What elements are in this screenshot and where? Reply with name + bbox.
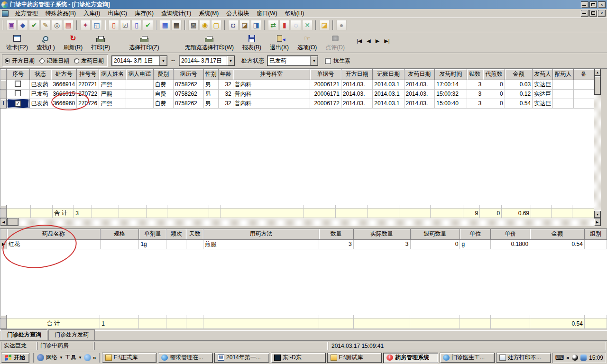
grid-dots-icon[interactable]: ▩ bbox=[188, 20, 199, 30]
cell[interactable]: 2014.03. bbox=[341, 99, 372, 108]
cell[interactable]: 0.54 bbox=[530, 239, 585, 249]
start-button[interactable]: 开始 bbox=[1, 353, 29, 363]
row-checkbox[interactable] bbox=[15, 90, 21, 96]
cell[interactable]: 3 bbox=[467, 89, 483, 99]
cell[interactable]: 17:00:14 bbox=[435, 80, 467, 89]
calendar-edit-icon[interactable]: ▦ bbox=[160, 20, 170, 30]
nav-next-button[interactable]: ▶ bbox=[376, 38, 379, 44]
vertical-scrollbar[interactable]: ▲ ▼ bbox=[594, 69, 601, 218]
col-header[interactable]: 规格 bbox=[100, 229, 139, 239]
globe-icon[interactable] bbox=[84, 354, 91, 361]
menu-window[interactable]: 窗口(W) bbox=[253, 9, 281, 18]
cell[interactable] bbox=[126, 99, 153, 108]
cell[interactable]: 2014.03. bbox=[404, 99, 435, 108]
task-button-word-doc[interactable]: W 2014年第一... bbox=[214, 353, 269, 363]
cell[interactable]: 0 bbox=[410, 239, 460, 249]
col-header[interactable]: 发药时间 bbox=[435, 69, 467, 80]
chart-document-icon[interactable]: ▤ bbox=[63, 20, 74, 30]
mdi-child-icon[interactable] bbox=[2, 10, 9, 17]
tab-prescription-query[interactable]: 门诊处方查询 bbox=[1, 329, 47, 340]
menu-query-stats[interactable]: 查询统计(T) bbox=[157, 9, 195, 18]
col-header[interactable]: 贴数 bbox=[467, 69, 483, 80]
col-header[interactable]: 天数 bbox=[186, 229, 203, 239]
cell[interactable]: 32 bbox=[218, 89, 233, 99]
window-search-icon[interactable]: ◨ bbox=[251, 20, 261, 30]
folder-open-icon[interactable]: ◪ bbox=[319, 20, 330, 30]
jar-icon[interactable]: ◘ bbox=[228, 20, 239, 30]
col-header[interactable]: 代煎数 bbox=[483, 69, 505, 80]
minimize-button[interactable] bbox=[581, 1, 589, 8]
cell[interactable]: 20006172 bbox=[310, 99, 341, 108]
col-header[interactable]: 开方日期 bbox=[341, 69, 372, 80]
cell[interactable]: 男 bbox=[203, 99, 218, 108]
menu-special-drugs[interactable]: 特殊药品(B) bbox=[42, 9, 80, 18]
bell-icon[interactable]: ◉ bbox=[200, 20, 210, 30]
account-date-radio[interactable] bbox=[39, 58, 45, 64]
calendar-select-icon[interactable]: ▦ bbox=[171, 20, 182, 30]
cell[interactable]: 2014.03. bbox=[404, 89, 435, 99]
binoculars-icon[interactable]: ◎ bbox=[52, 20, 62, 30]
cell[interactable]: 0.54 bbox=[505, 99, 532, 108]
cell[interactable]: 严熙 bbox=[99, 80, 126, 89]
cell[interactable] bbox=[574, 80, 594, 89]
col-header[interactable]: 备 bbox=[574, 69, 594, 80]
chevron-down-icon[interactable]: ▼ bbox=[159, 56, 167, 65]
col-header[interactable]: 年龄 bbox=[218, 69, 233, 80]
cell[interactable]: 3 bbox=[467, 80, 483, 89]
tab-prescription-dispense[interactable]: 门诊处方发药 bbox=[48, 329, 95, 340]
new-window-icon[interactable]: ◱ bbox=[92, 20, 102, 30]
table-row-selected[interactable]: I ✓ 已发药 3666960 270726 严熙 自费 0758262 男 3… bbox=[0, 99, 594, 108]
col-header[interactable]: 金额 bbox=[505, 69, 532, 80]
col-header[interactable]: 用药方法 bbox=[203, 229, 319, 239]
refresh-button[interactable]: ↻ 刷新(R) bbox=[60, 33, 86, 53]
cell[interactable]: 0758262 bbox=[174, 80, 204, 89]
cell[interactable]: 2014.03. bbox=[341, 80, 372, 89]
chevron-down-icon[interactable]: ▼ bbox=[310, 56, 318, 65]
task-button-print-issue[interactable]: 处方打印不... bbox=[496, 353, 551, 363]
col-header[interactable]: 性别 bbox=[203, 69, 218, 80]
row-select-cell[interactable]: ✓ bbox=[7, 99, 30, 108]
menu-help[interactable]: 帮助(H) bbox=[281, 9, 308, 18]
col-header[interactable]: 费别 bbox=[153, 69, 173, 80]
cell[interactable]: 已发药 bbox=[29, 80, 51, 89]
overflow-chevron[interactable]: » bbox=[93, 355, 96, 361]
chevron-down-icon[interactable]: ▼ bbox=[59, 355, 63, 360]
cell[interactable]: 2014.03.1 bbox=[373, 80, 404, 89]
task-button-dong[interactable]: 东:-D东 bbox=[271, 353, 326, 363]
close-window-icon[interactable]: ✕ bbox=[302, 20, 313, 30]
report-button[interactable]: 报表(B) bbox=[239, 33, 265, 53]
open-date-radio[interactable] bbox=[5, 58, 10, 64]
menu-stock-in[interactable]: 入库(I) bbox=[80, 9, 104, 18]
cell[interactable]: 实达巨 bbox=[533, 89, 553, 99]
cell[interactable]: 男 bbox=[203, 89, 218, 99]
col-header[interactable]: 挂号科室 bbox=[233, 69, 310, 80]
cell[interactable]: 已发药 bbox=[29, 99, 51, 108]
quicklaunch-tools-label[interactable]: 工具 bbox=[65, 354, 76, 362]
folder-search-icon[interactable]: ◪ bbox=[239, 20, 250, 30]
col-header[interactable]: 配药人 bbox=[553, 69, 574, 80]
table-row[interactable]: 已发药 3666914 270721 严熙 自费 0758262 男 32 普内… bbox=[0, 80, 594, 89]
cell[interactable]: 已发药 bbox=[29, 89, 51, 99]
find-button[interactable]: 查找(L) bbox=[33, 33, 58, 53]
cell[interactable]: 3 bbox=[467, 99, 483, 108]
cell[interactable]: 严熙 bbox=[99, 89, 126, 99]
cell[interactable]: 严熙 bbox=[99, 99, 126, 108]
browser-icon[interactable] bbox=[37, 354, 44, 361]
row-select-cell[interactable] bbox=[7, 80, 30, 89]
cell[interactable]: 32 bbox=[218, 99, 233, 108]
cell[interactable]: 自费 bbox=[153, 80, 173, 89]
clipboard-check-icon[interactable]: ✔ bbox=[143, 20, 153, 30]
cell[interactable]: 0.03 bbox=[505, 80, 532, 89]
transfer-icon[interactable]: ⇄ bbox=[268, 20, 278, 30]
chevron-down-icon[interactable]: ▼ bbox=[78, 355, 82, 360]
col-header[interactable]: 组别 bbox=[584, 229, 607, 239]
cell[interactable] bbox=[186, 239, 203, 249]
col-header[interactable]: 数量 bbox=[319, 229, 353, 239]
cell[interactable] bbox=[574, 99, 594, 108]
check-document-icon[interactable]: ✔ bbox=[29, 20, 39, 30]
cell[interactable]: 3666915 bbox=[51, 89, 77, 99]
cell[interactable] bbox=[126, 89, 153, 99]
magnifier-icon[interactable]: ◌ bbox=[291, 20, 301, 30]
cell[interactable]: 0.12 bbox=[505, 89, 532, 99]
note-search-icon[interactable]: ✎ bbox=[40, 20, 51, 30]
